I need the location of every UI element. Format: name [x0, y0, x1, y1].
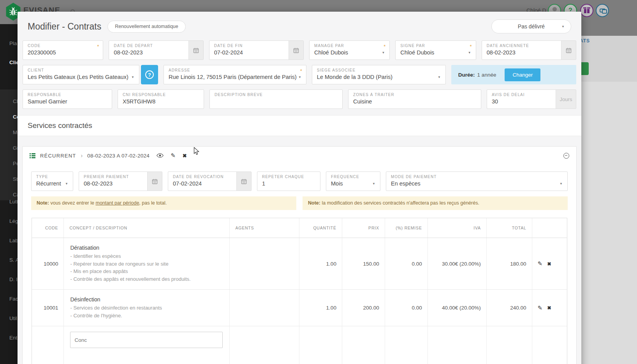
service-total: 240.00: [487, 290, 532, 326]
view-service-icon[interactable]: [157, 153, 164, 158]
service-concept: Désinfection- Services de désinfection e…: [64, 290, 230, 326]
field-value: Récurrent: [36, 180, 68, 187]
date-fin-field[interactable]: DATE DE FIN 07-02-2024: [209, 40, 304, 60]
manage-par-select[interactable]: MANAGÉ PAR Chloé Dubois * ▼: [309, 40, 390, 60]
sidebar-item[interactable]: Lég: [9, 218, 18, 224]
responsable-field[interactable]: RESPONSABLE Samuel Garnier: [23, 89, 112, 109]
delivery-status-dropdown[interactable]: Pas délivré ▼: [491, 19, 571, 33]
bug-icon: [8, 7, 18, 17]
sidebar-item[interactable]: D. I: [9, 276, 18, 283]
code-field[interactable]: CODE 202300005 *: [23, 40, 103, 60]
service-concept: Dératisation- Identifier les espèces- Re…: [64, 238, 230, 289]
sidebar-item[interactable]: Lab: [9, 238, 18, 244]
collapse-panel-icon[interactable]: [563, 153, 569, 159]
chevron-down-icon: ▼: [298, 75, 301, 79]
cni-responsable-field[interactable]: CNI RESPONSABLE X5RTGIHW8: [118, 89, 204, 109]
chevron-down-icon: ▼: [372, 182, 375, 186]
field-value: Cuisine: [353, 98, 476, 105]
edit-service-icon[interactable]: ✎: [171, 152, 176, 159]
service-actions: ✎✖: [532, 238, 567, 289]
eye-icon: [157, 153, 164, 158]
changer-button[interactable]: Changer: [505, 68, 540, 81]
date-anciennete-field[interactable]: DATE ANCIENNETÉ 08-02-2023: [482, 40, 576, 60]
field-label: CLIENT: [28, 68, 134, 72]
services-table-body: 10000Dératisation- Identifier les espèce…: [32, 238, 567, 364]
services-table-header: CODECONCEPT / DESCRIPTIONAGENTSQUANTITÉP…: [32, 218, 567, 238]
list-icon: [30, 153, 35, 158]
zones-a-traiter-field[interactable]: ZONES À TRAITER Cuisine: [348, 89, 481, 109]
date-depart-field[interactable]: DATE DE DÉPART 08-02-2023: [109, 40, 203, 60]
new-service-row: [32, 326, 567, 364]
service-quantity: 1.00: [299, 238, 342, 289]
field-label: ADRESSE: [169, 68, 301, 72]
premier-paiement-field[interactable]: PREMIER PAIEMENT 08-02-2023: [79, 172, 162, 191]
required-icon: *: [470, 44, 472, 49]
calendar-icon[interactable]: [236, 172, 251, 191]
service-row: 10001Désinfection- Services de désinfect…: [32, 290, 567, 326]
frequence-select[interactable]: FRÉQUENCE Mois ▼: [326, 172, 380, 191]
service-row: 10000Dératisation- Identifier les espèce…: [32, 238, 567, 290]
calendar-icon[interactable]: [561, 41, 576, 60]
delete-row-icon[interactable]: ✖: [547, 305, 551, 311]
service-title: Désinfection: [70, 296, 223, 303]
chevron-down-icon: ▼: [131, 75, 134, 79]
field-value: 1: [262, 180, 315, 187]
new-concept-input[interactable]: [70, 332, 223, 348]
chevron-down-icon: ▼: [438, 75, 441, 79]
calendar-icon[interactable]: [147, 172, 162, 191]
edit-row-icon[interactable]: ✎: [538, 260, 543, 267]
delete-row-icon[interactable]: ✖: [547, 261, 551, 267]
signe-par-select[interactable]: SIGNÉ PAR Chloé Dubois * ▼: [395, 40, 476, 60]
client-help-button[interactable]: ?: [141, 65, 158, 84]
edit-row-icon[interactable]: ✎: [538, 304, 543, 312]
gift-icon[interactable]: [580, 4, 593, 17]
date-revocation-field[interactable]: DATE DE RÉVOCATION 07-02-2024: [168, 172, 252, 191]
edit-contract-modal: Modifier - Contrats Renouvellement autom…: [18, 12, 581, 364]
sidebar-item[interactable]: Util: [9, 315, 17, 322]
note-text: la modification des services contractés …: [320, 200, 479, 206]
sidebar-item[interactable]: Fac: [9, 296, 18, 302]
chevron-down-icon: ▼: [560, 182, 563, 186]
note-underlined-text: montant par période: [95, 200, 139, 206]
client-select[interactable]: CLIENT Les Petits Gateaux (Les Petits Ga…: [23, 65, 139, 84]
column-header: (%) REMISE: [385, 218, 428, 238]
table-cell: [342, 326, 385, 364]
duree-panel: Durée: 1 année Changer: [451, 65, 576, 84]
service-discount: 0.00: [385, 238, 428, 289]
service-period: 08-02-2023 A 07-02-2024: [87, 153, 150, 159]
service-code: 10001: [32, 290, 64, 326]
avis-de-delai-field[interactable]: AVIS DE DÉLAI 30 Jours: [487, 89, 576, 109]
required-icon: *: [300, 68, 302, 74]
siege-select[interactable]: SIÈGE ASSOCIÉE Le Monde de la 3 DDD (Par…: [312, 65, 446, 84]
calendar-icon[interactable]: [188, 41, 203, 60]
field-label: FRÉQUENCE: [331, 175, 375, 179]
adresse-select[interactable]: ADRESSE Rue Linois 12, 75015 Paris (Dépa…: [164, 65, 306, 84]
field-label: MANAGÉ PAR: [314, 44, 385, 48]
service-price: 200.00: [342, 290, 385, 326]
field-value: Mois: [331, 180, 375, 187]
field-value: X5RTGIHW8: [123, 98, 199, 105]
column-header: CODE: [32, 218, 64, 238]
service-description-line: - Identifier les espèces: [70, 252, 223, 260]
table-cell: [299, 326, 342, 364]
field-label: DATE ANCIENNETÉ: [487, 44, 557, 48]
sidebar-item[interactable]: Pla: [9, 40, 17, 47]
sidebar-item[interactable]: Lutt: [9, 199, 18, 205]
duree-label: Durée:: [458, 72, 475, 78]
description-breve-field[interactable]: DESCRIPTION BRÈVE: [209, 89, 343, 109]
mode-paiement-select[interactable]: MODE DE PAIEMENT En espèces ▼: [386, 172, 568, 191]
services-table: CODECONCEPT / DESCRIPTIONAGENTSQUANTITÉP…: [32, 218, 567, 364]
field-value: Les Petits Gateaux (Les Petits Gateaux): [28, 74, 134, 80]
column-header: [532, 218, 567, 238]
table-cell: [32, 326, 64, 364]
repeter-chaque-field[interactable]: RÉPÉTER CHAQUE 1: [257, 172, 320, 191]
delete-service-icon[interactable]: ✖: [183, 153, 187, 159]
field-label: RÉPÉTER CHAQUE: [262, 175, 315, 179]
calendar-icon[interactable]: [289, 41, 303, 60]
type-select[interactable]: TYPE Récurrent ▼: [31, 172, 73, 191]
auto-renew-button[interactable]: Renouvellement automatique: [107, 21, 186, 33]
chat-icon[interactable]: [596, 4, 609, 17]
field-label: CNI RESPONSABLE: [123, 93, 199, 97]
sidebar-item[interactable]: Ent: [9, 335, 17, 341]
field-value: 08-02-2023: [84, 180, 143, 187]
